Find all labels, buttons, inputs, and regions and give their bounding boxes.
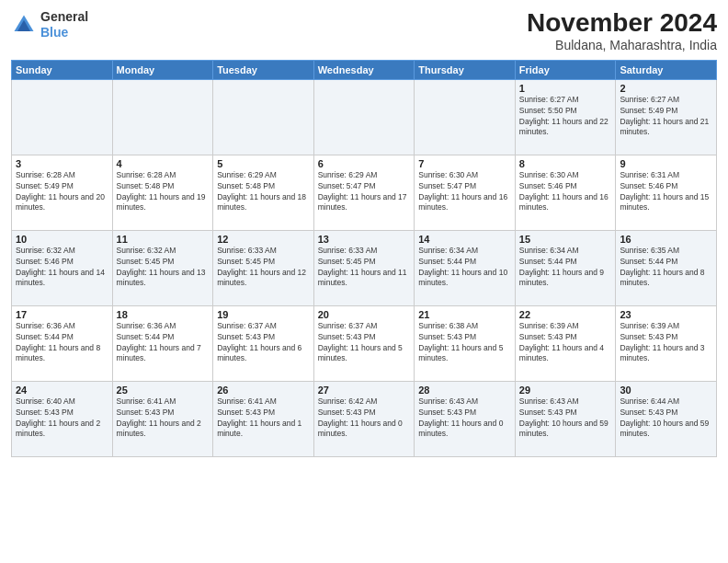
calendar-cell	[313, 79, 415, 155]
day-info: Sunrise: 6:44 AM Sunset: 5:43 PM Dayligh…	[620, 396, 712, 441]
calendar-cell: 24Sunrise: 6:40 AM Sunset: 5:43 PM Dayli…	[12, 381, 113, 456]
day-info: Sunrise: 6:30 AM Sunset: 5:47 PM Dayligh…	[418, 170, 511, 214]
day-info: Sunrise: 6:32 AM Sunset: 5:45 PM Dayligh…	[117, 246, 210, 290]
day-info: Sunrise: 6:29 AM Sunset: 5:48 PM Dayligh…	[217, 170, 310, 214]
day-number: 16	[620, 234, 712, 245]
calendar-cell: 4Sunrise: 6:28 AM Sunset: 5:48 PM Daylig…	[112, 155, 213, 230]
logo-general: General	[40, 9, 88, 24]
day-info: Sunrise: 6:36 AM Sunset: 5:44 PM Dayligh…	[16, 321, 108, 365]
day-info: Sunrise: 6:37 AM Sunset: 5:43 PM Dayligh…	[217, 321, 310, 365]
day-number: 6	[318, 158, 411, 169]
calendar-week-2: 3Sunrise: 6:28 AM Sunset: 5:49 PM Daylig…	[12, 155, 717, 230]
day-number: 18	[117, 309, 210, 320]
day-number: 26	[217, 385, 310, 396]
logo-blue: Blue	[40, 25, 68, 40]
day-info: Sunrise: 6:42 AM Sunset: 5:43 PM Dayligh…	[318, 396, 411, 441]
logo: General Blue	[11, 9, 88, 40]
calendar-week-5: 24Sunrise: 6:40 AM Sunset: 5:43 PM Dayli…	[12, 381, 717, 456]
calendar-cell: 1Sunrise: 6:27 AM Sunset: 5:50 PM Daylig…	[515, 79, 616, 155]
day-number: 9	[620, 158, 712, 169]
day-number: 23	[620, 309, 712, 320]
calendar-week-4: 17Sunrise: 6:36 AM Sunset: 5:44 PM Dayli…	[12, 305, 717, 381]
day-info: Sunrise: 6:38 AM Sunset: 5:43 PM Dayligh…	[418, 321, 511, 365]
day-info: Sunrise: 6:32 AM Sunset: 5:46 PM Dayligh…	[16, 246, 108, 290]
day-number: 4	[117, 158, 210, 169]
col-thursday: Thursday	[415, 60, 516, 79]
calendar-container: General Blue November 2024 Buldana, Maha…	[0, 0, 728, 563]
calendar-week-3: 10Sunrise: 6:32 AM Sunset: 5:46 PM Dayli…	[12, 230, 717, 305]
day-info: Sunrise: 6:33 AM Sunset: 5:45 PM Dayligh…	[217, 246, 310, 290]
day-info: Sunrise: 6:34 AM Sunset: 5:44 PM Dayligh…	[418, 246, 511, 290]
day-number: 1	[519, 83, 612, 94]
day-info: Sunrise: 6:29 AM Sunset: 5:47 PM Dayligh…	[318, 170, 411, 214]
day-number: 3	[16, 158, 108, 169]
calendar-cell	[112, 79, 213, 155]
col-sunday: Sunday	[12, 60, 113, 79]
day-number: 27	[318, 385, 411, 396]
calendar-cell: 21Sunrise: 6:38 AM Sunset: 5:43 PM Dayli…	[415, 305, 516, 381]
header-row: Sunday Monday Tuesday Wednesday Thursday…	[12, 60, 717, 79]
calendar-cell: 20Sunrise: 6:37 AM Sunset: 5:43 PM Dayli…	[313, 305, 415, 381]
calendar-cell: 18Sunrise: 6:36 AM Sunset: 5:44 PM Dayli…	[112, 305, 213, 381]
col-tuesday: Tuesday	[213, 60, 314, 79]
calendar-cell: 6Sunrise: 6:29 AM Sunset: 5:47 PM Daylig…	[313, 155, 415, 230]
day-number: 12	[217, 234, 310, 245]
day-info: Sunrise: 6:33 AM Sunset: 5:45 PM Dayligh…	[318, 246, 411, 290]
title-block: November 2024 Buldana, Maharashtra, Indi…	[527, 9, 717, 52]
day-info: Sunrise: 6:37 AM Sunset: 5:43 PM Dayligh…	[318, 321, 411, 365]
day-number: 17	[16, 309, 108, 320]
col-saturday: Saturday	[616, 60, 717, 79]
col-wednesday: Wednesday	[313, 60, 415, 79]
day-number: 5	[217, 158, 310, 169]
col-friday: Friday	[515, 60, 616, 79]
calendar-cell: 19Sunrise: 6:37 AM Sunset: 5:43 PM Dayli…	[213, 305, 314, 381]
day-info: Sunrise: 6:43 AM Sunset: 5:43 PM Dayligh…	[519, 396, 612, 441]
calendar-cell: 29Sunrise: 6:43 AM Sunset: 5:43 PM Dayli…	[515, 381, 616, 456]
day-number: 13	[318, 234, 411, 245]
day-info: Sunrise: 6:39 AM Sunset: 5:43 PM Dayligh…	[519, 321, 612, 365]
calendar-cell: 22Sunrise: 6:39 AM Sunset: 5:43 PM Dayli…	[515, 305, 616, 381]
month-title: November 2024	[527, 9, 717, 38]
day-info: Sunrise: 6:43 AM Sunset: 5:43 PM Dayligh…	[418, 396, 511, 441]
calendar-cell: 11Sunrise: 6:32 AM Sunset: 5:45 PM Dayli…	[112, 230, 213, 305]
day-number: 8	[519, 158, 612, 169]
calendar-cell	[12, 79, 113, 155]
calendar-table: Sunday Monday Tuesday Wednesday Thursday…	[11, 60, 717, 457]
day-number: 7	[418, 158, 511, 169]
calendar-cell: 10Sunrise: 6:32 AM Sunset: 5:46 PM Dayli…	[12, 230, 113, 305]
day-info: Sunrise: 6:36 AM Sunset: 5:44 PM Dayligh…	[117, 321, 210, 365]
day-number: 19	[217, 309, 310, 320]
calendar-cell: 7Sunrise: 6:30 AM Sunset: 5:47 PM Daylig…	[415, 155, 516, 230]
day-number: 15	[519, 234, 612, 245]
calendar-cell: 14Sunrise: 6:34 AM Sunset: 5:44 PM Dayli…	[415, 230, 516, 305]
calendar-cell: 13Sunrise: 6:33 AM Sunset: 5:45 PM Dayli…	[313, 230, 415, 305]
day-number: 11	[117, 234, 210, 245]
calendar-cell: 27Sunrise: 6:42 AM Sunset: 5:43 PM Dayli…	[313, 381, 415, 456]
calendar-cell: 26Sunrise: 6:41 AM Sunset: 5:43 PM Dayli…	[213, 381, 314, 456]
logo-icon	[11, 12, 37, 38]
day-info: Sunrise: 6:35 AM Sunset: 5:44 PM Dayligh…	[620, 246, 712, 290]
logo-text: General Blue	[40, 9, 88, 40]
calendar-cell: 25Sunrise: 6:41 AM Sunset: 5:43 PM Dayli…	[112, 381, 213, 456]
calendar-cell: 12Sunrise: 6:33 AM Sunset: 5:45 PM Dayli…	[213, 230, 314, 305]
day-number: 28	[418, 385, 511, 396]
calendar-cell: 30Sunrise: 6:44 AM Sunset: 5:43 PM Dayli…	[616, 381, 717, 456]
day-number: 21	[418, 309, 511, 320]
day-info: Sunrise: 6:28 AM Sunset: 5:49 PM Dayligh…	[16, 170, 108, 214]
day-info: Sunrise: 6:34 AM Sunset: 5:44 PM Dayligh…	[519, 246, 612, 290]
location: Buldana, Maharashtra, India	[527, 38, 717, 52]
day-info: Sunrise: 6:27 AM Sunset: 5:50 PM Dayligh…	[519, 95, 612, 139]
col-monday: Monday	[112, 60, 213, 79]
calendar-week-1: 1Sunrise: 6:27 AM Sunset: 5:50 PM Daylig…	[12, 79, 717, 155]
day-info: Sunrise: 6:30 AM Sunset: 5:46 PM Dayligh…	[519, 170, 612, 214]
calendar-cell: 17Sunrise: 6:36 AM Sunset: 5:44 PM Dayli…	[12, 305, 113, 381]
calendar-cell: 23Sunrise: 6:39 AM Sunset: 5:43 PM Dayli…	[616, 305, 717, 381]
day-info: Sunrise: 6:39 AM Sunset: 5:43 PM Dayligh…	[620, 321, 712, 365]
day-number: 2	[620, 83, 712, 94]
day-number: 25	[117, 385, 210, 396]
day-number: 29	[519, 385, 612, 396]
calendar-cell: 3Sunrise: 6:28 AM Sunset: 5:49 PM Daylig…	[12, 155, 113, 230]
calendar-cell	[415, 79, 516, 155]
day-info: Sunrise: 6:40 AM Sunset: 5:43 PM Dayligh…	[16, 396, 108, 441]
day-info: Sunrise: 6:31 AM Sunset: 5:46 PM Dayligh…	[620, 170, 712, 214]
